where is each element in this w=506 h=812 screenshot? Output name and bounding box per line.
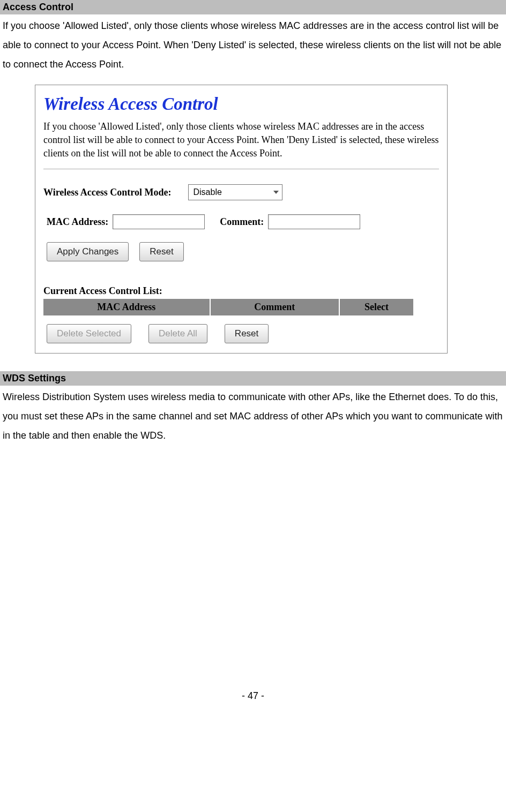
comment-label: Comment: xyxy=(220,216,264,228)
mac-label: MAC Address: xyxy=(47,216,108,228)
reset-list-button[interactable]: Reset xyxy=(225,324,269,343)
apply-reset-row: Apply Changes Reset xyxy=(47,242,439,261)
current-list-label: Current Access Control List: xyxy=(43,285,439,297)
mac-comment-row: MAC Address: Comment: xyxy=(47,214,439,229)
table-header-mac: MAC Address xyxy=(43,299,210,315)
access-control-table: MAC Address Comment Select xyxy=(43,299,413,315)
divider xyxy=(43,169,439,169)
page-number: - 47 - xyxy=(0,686,506,711)
table-header-row: MAC Address Comment Select xyxy=(43,299,413,315)
mode-select[interactable]: Disable xyxy=(188,184,282,200)
wds-settings-paragraph: Wireless Distribution System uses wirele… xyxy=(0,386,506,450)
mac-input[interactable] xyxy=(113,214,205,229)
panel-title: Wireless Access Control xyxy=(43,93,439,116)
comment-input[interactable] xyxy=(268,214,360,229)
delete-selected-button[interactable]: Delete Selected xyxy=(47,324,131,343)
delete-reset-row: Delete Selected Delete All Reset xyxy=(47,324,439,343)
mode-select-value: Disable xyxy=(193,187,221,198)
chevron-down-icon xyxy=(273,191,279,194)
access-control-header: Access Control xyxy=(0,0,506,14)
delete-all-button[interactable]: Delete All xyxy=(148,324,207,343)
table-header-select: Select xyxy=(339,299,413,315)
wds-settings-header: WDS Settings xyxy=(0,371,506,386)
mode-label: Wireless Access Control Mode: xyxy=(43,186,171,199)
access-control-paragraph: If you choose 'Allowed Listed', only tho… xyxy=(0,14,506,79)
apply-changes-button[interactable]: Apply Changes xyxy=(47,242,129,261)
mode-row: Wireless Access Control Mode: Disable xyxy=(43,184,439,200)
panel-description: If you choose 'Allowed Listed', only tho… xyxy=(43,120,439,161)
wireless-access-control-panel: Wireless Access Control If you choose 'A… xyxy=(35,85,448,354)
table-header-comment: Comment xyxy=(210,299,340,315)
reset-button[interactable]: Reset xyxy=(139,242,183,261)
